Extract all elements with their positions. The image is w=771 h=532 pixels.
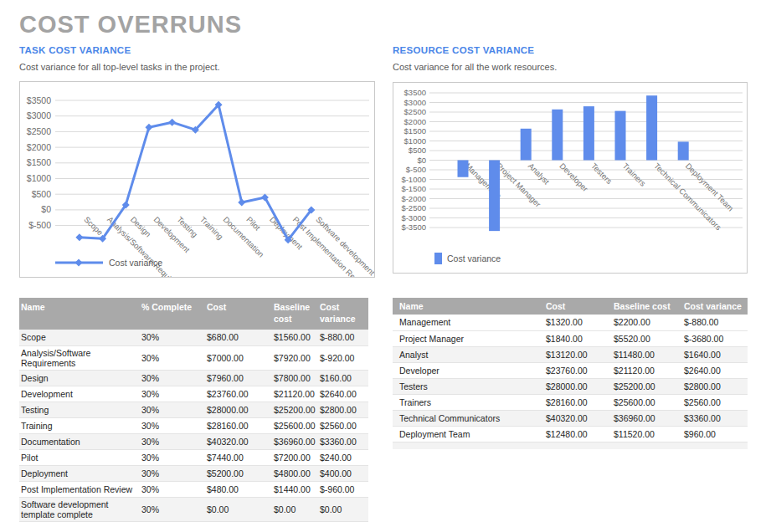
table-cell: 30%	[140, 433, 205, 449]
table-cell: $3360.00	[318, 433, 368, 449]
table-cell: Training	[19, 417, 140, 433]
table-cell: $40320.00	[205, 433, 272, 449]
column-header: Cost variance	[677, 298, 748, 315]
x-axis-category-label: Training	[198, 215, 225, 242]
resource-cost-variance-chart: $3500$3000$2500$2000$1500$1000$500$0$-50…	[393, 82, 748, 274]
cost-variance-bar	[583, 106, 594, 160]
task-chart-svg: $3500$3000$2500$2000$1500$1000$500$0$-50…	[20, 82, 374, 277]
cost-variance-line-series	[80, 105, 311, 240]
table-cell: $7200.00	[272, 449, 318, 465]
table-row: Development30%$23760.00$21120.00$2640.00	[19, 386, 368, 402]
table-cell: Testing	[19, 402, 140, 417]
table-cell: $400.00	[318, 465, 368, 481]
data-point-marker	[238, 198, 245, 206]
table-cell: $21120.00	[607, 362, 677, 378]
table-cell: $36960.00	[272, 433, 318, 449]
table-cell: $21120.00	[272, 386, 318, 402]
table-cell: $25600.00	[607, 394, 677, 410]
data-point-marker	[145, 124, 152, 131]
table-cell: $2800.00	[318, 402, 368, 417]
table-cell: $680.00	[205, 330, 272, 345]
table-cell: Deployment Team	[393, 426, 539, 442]
table-cell: Documentation	[19, 433, 140, 449]
table-row: Deployment30%$5200.00$4800.00$400.00	[19, 465, 368, 481]
table-cell: $28160.00	[205, 417, 272, 433]
table-cell: Project Manager	[393, 330, 539, 346]
table-cell: Post Implementation Review	[19, 481, 140, 497]
y-axis-tick-label: $3000	[27, 110, 51, 120]
table-cell: $7960.00	[205, 370, 272, 386]
y-axis-tick-label: $2500	[404, 107, 426, 116]
column-header: Name	[393, 298, 539, 315]
table-row: Testing30%$28000.00$25200.00$2800.00	[19, 402, 368, 417]
y-axis-tick-label: $-500	[28, 220, 51, 230]
task-cost-variance-table: Name% CompleteCostBaseline costCost vari…	[19, 298, 368, 522]
cost-variance-bar	[678, 141, 689, 160]
table-cell: $1840.00	[539, 330, 607, 346]
table-cell: $1560.00	[272, 330, 318, 345]
table-cell: $480.00	[205, 481, 272, 497]
cost-variance-bar	[521, 129, 532, 161]
resource-section-description: Cost variance for all the work resources…	[393, 62, 557, 72]
table-cell: $25200.00	[272, 402, 318, 417]
y-axis-tick-label: $-2500	[401, 203, 426, 212]
task-cost-variance-chart: $3500$3000$2500$2000$1500$1000$500$0$-50…	[19, 81, 375, 278]
table-cell: $11480.00	[607, 346, 677, 362]
table-row: Design30%$7960.00$7800.00$160.00	[19, 370, 368, 386]
column-header: % Complete	[140, 298, 205, 330]
table-cell: $160.00	[318, 370, 368, 386]
table-cell: $960.00	[677, 426, 748, 442]
table-cell: $28000.00	[539, 378, 607, 394]
y-axis-tick-label: $0	[41, 204, 51, 214]
legend-diamond-marker	[75, 259, 83, 267]
table-cell: Trainers	[393, 394, 539, 410]
table-cell: Analyst	[393, 346, 539, 362]
table-cell: $0.00	[318, 497, 368, 521]
x-axis-category-label: Testers	[589, 161, 614, 187]
y-axis-tick-label: $2000	[404, 117, 426, 126]
table-cell: Design	[19, 370, 140, 386]
page-title: COST OVERRUNS	[19, 11, 242, 38]
table-cell: Pilot	[19, 449, 140, 465]
y-axis-tick-label: $1000	[27, 173, 51, 183]
resource-chart-svg: $3500$3000$2500$2000$1500$1000$500$0$-50…	[393, 83, 747, 273]
table-cell: $-960.00	[318, 481, 368, 497]
table-cell: Analysis/Software Requirements	[19, 345, 140, 370]
table-row: Analysis/Software Requirements30%$7000.0…	[19, 345, 368, 370]
table-cell: $2560.00	[318, 417, 368, 433]
table-cell: 30%	[140, 402, 205, 417]
x-axis-category-label: Documentation	[222, 215, 266, 259]
table-row: Deployment Team$12480.00$11520.00$960.00	[393, 426, 748, 442]
resource-cost-variance-table: NameCostBaseline costCost varianceManage…	[393, 298, 748, 449]
y-axis-tick-label: $500	[32, 189, 52, 199]
y-axis-tick-label: $500	[409, 146, 426, 155]
table-cell: $2200.00	[607, 315, 677, 330]
table-cell: 30%	[140, 465, 205, 481]
y-axis-tick-label: $3500	[404, 88, 426, 97]
table-cell: $7440.00	[205, 449, 272, 465]
data-point-marker	[75, 233, 83, 241]
cost-variance-bar	[552, 110, 563, 161]
table-cell: 30%	[140, 481, 205, 497]
table-cell: $11520.00	[607, 426, 677, 442]
header-row: Name% CompleteCostBaseline costCost vari…	[19, 298, 368, 330]
table-footer-strip	[393, 442, 748, 449]
table-cell: $0.00	[205, 497, 272, 521]
table-cell: $40320.00	[539, 410, 607, 426]
table-cell: $1440.00	[272, 481, 318, 497]
table-cell: $0.00	[272, 497, 318, 521]
table-cell: $-920.00	[318, 345, 368, 370]
table-row: Documentation30%$40320.00$36960.00$3360.…	[19, 433, 368, 449]
table-cell: 30%	[140, 345, 205, 370]
x-axis-category-label: Pilot	[244, 215, 262, 233]
table-cell: $25200.00	[607, 378, 677, 394]
table-cell: $7000.00	[205, 345, 272, 370]
table-row: Testers$28000.00$25200.00$2800.00	[393, 378, 748, 394]
task-section-description: Cost variance for all top-level tasks in…	[19, 62, 220, 72]
table-cell: $240.00	[318, 449, 368, 465]
legend-label: Cost variance	[109, 258, 162, 268]
x-axis-category-label: Technical Communicators	[652, 161, 723, 233]
y-axis-tick-label: $-1000	[401, 175, 426, 184]
table-cell: $25600.00	[272, 417, 318, 433]
table-row: Scope30%$680.00$1560.00$-880.00	[19, 330, 368, 345]
